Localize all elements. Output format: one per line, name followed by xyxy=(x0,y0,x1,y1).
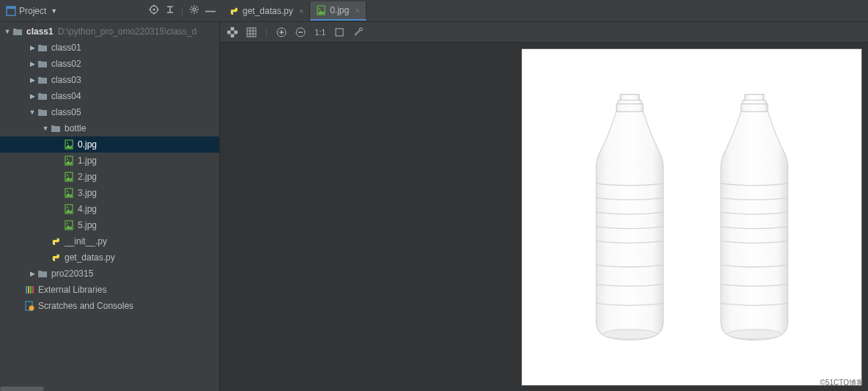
chevron-down-icon[interactable]: ▼ xyxy=(3,28,12,35)
tree-item-External-Libraries[interactable]: External Libraries xyxy=(0,282,219,298)
folder-icon xyxy=(37,91,48,101)
zoom-actual-label[interactable]: 1:1 xyxy=(315,28,326,37)
chevron-down-icon: ▼ xyxy=(51,7,57,15)
svg-rect-41 xyxy=(227,27,231,31)
tree-item-label: class02 xyxy=(51,59,81,69)
checkerboard-icon[interactable] xyxy=(227,27,238,37)
target-icon[interactable] xyxy=(149,4,159,17)
gear-icon[interactable] xyxy=(189,4,199,17)
tree-item-label: pro220315 xyxy=(51,268,93,279)
tree-arrow-icon[interactable]: ▶ xyxy=(28,44,37,51)
tab-0-jpg[interactable]: 0.jpg × xyxy=(310,1,366,21)
zoom-out-icon[interactable] xyxy=(295,27,306,37)
svg-point-58 xyxy=(727,329,781,339)
tree-item-label: Scratches and Consoles xyxy=(38,301,133,311)
tree-item-Scratches-and-Consoles[interactable]: Scratches and Consoles xyxy=(0,298,219,314)
tree-root[interactable]: ▼ class1 D:\python_pro_omo220315\class_d xyxy=(0,23,219,40)
tree-arrow-icon[interactable]: ▶ xyxy=(28,60,37,67)
tree-item-3-jpg[interactable]: 3.jpg xyxy=(0,185,219,201)
file-icon xyxy=(63,220,75,230)
tree-item-label: class01 xyxy=(51,43,81,53)
file-icon xyxy=(63,139,75,150)
tree-item-class05[interactable]: ▼class05 xyxy=(0,104,219,120)
svg-rect-44 xyxy=(227,34,231,37)
tree-item-label: class05 xyxy=(51,107,81,117)
folder-icon xyxy=(37,268,48,279)
python-icon xyxy=(50,252,62,263)
file-icon xyxy=(63,156,75,166)
python-icon xyxy=(229,6,239,16)
eyedropper-icon[interactable] xyxy=(353,27,364,37)
tab-get-datas-py[interactable]: get_datas.py × xyxy=(223,1,310,21)
tree-item-class02[interactable]: ▶class02 xyxy=(0,56,219,72)
tree-item-pro220315[interactable]: ▶pro220315 xyxy=(0,266,219,282)
svg-rect-42 xyxy=(234,27,238,31)
svg-point-39 xyxy=(29,306,34,311)
tree-item-get-datas-py[interactable]: get_datas.py xyxy=(0,249,219,266)
tree-item-0-jpg[interactable]: 0.jpg xyxy=(0,136,219,153)
file-icon xyxy=(63,204,75,214)
tree-item-2-jpg[interactable]: 2.jpg xyxy=(0,169,219,185)
horizontal-scrollbar[interactable] xyxy=(0,387,219,391)
svg-point-23 xyxy=(67,142,68,144)
scrollbar-thumb[interactable] xyxy=(0,387,44,391)
file-icon xyxy=(63,188,75,198)
tree-item-label: 2.jpg xyxy=(78,172,97,182)
zoom-in-icon[interactable] xyxy=(276,27,287,37)
tree-item-label: class04 xyxy=(51,91,81,101)
image-canvas[interactable]: ©51CTO博客 xyxy=(220,43,868,391)
fit-icon[interactable] xyxy=(334,27,345,37)
tree-item-1-jpg[interactable]: 1.jpg xyxy=(0,153,219,169)
project-sidebar: ▼ class1 D:\python_pro_omo220315\class_d… xyxy=(0,22,220,391)
tree-item-class03[interactable]: ▶class03 xyxy=(0,72,219,88)
tree-item-bottle[interactable]: ▼bottle xyxy=(0,120,219,136)
collapse-icon[interactable] xyxy=(165,4,175,17)
svg-rect-56 xyxy=(336,29,343,36)
svg-point-25 xyxy=(67,158,68,160)
svg-rect-37 xyxy=(32,286,34,293)
svg-line-17 xyxy=(196,12,197,12)
svg-point-11 xyxy=(193,8,196,11)
tree-arrow-icon[interactable]: ▶ xyxy=(28,76,37,84)
svg-rect-35 xyxy=(28,286,29,293)
tree-item-4-jpg[interactable]: 4.jpg xyxy=(0,201,219,217)
tree-item-label: 3.jpg xyxy=(78,188,97,198)
python-icon xyxy=(50,236,62,246)
tree-item---init---py[interactable]: __init__.py xyxy=(0,233,219,249)
svg-rect-43 xyxy=(231,30,235,34)
folder-icon xyxy=(37,75,48,85)
tree-item-label: External Libraries xyxy=(38,285,106,295)
lib-icon xyxy=(23,285,35,295)
watermark: ©51CTO博客 xyxy=(820,378,864,388)
minimize-icon[interactable]: — xyxy=(205,5,216,17)
tree-arrow-icon[interactable]: ▼ xyxy=(41,125,50,132)
svg-line-18 xyxy=(191,12,192,12)
tree-arrow-icon[interactable]: ▶ xyxy=(28,92,37,100)
tree-item-label: get_datas.py xyxy=(65,252,115,263)
svg-rect-46 xyxy=(247,28,256,37)
image-content xyxy=(521,48,862,386)
tree-item-label: bottle xyxy=(65,123,86,134)
tree-item-label: __init__.py xyxy=(65,236,107,246)
close-icon[interactable]: × xyxy=(355,6,359,15)
scratch-icon xyxy=(23,301,35,311)
svg-rect-34 xyxy=(26,286,27,293)
svg-rect-45 xyxy=(234,34,238,37)
grid-icon[interactable] xyxy=(246,27,257,37)
tree-arrow-icon[interactable]: ▼ xyxy=(28,109,37,116)
tree-item-class01[interactable]: ▶class01 xyxy=(0,40,219,56)
tree-item-label: class03 xyxy=(51,75,81,85)
project-icon xyxy=(6,6,16,16)
close-icon[interactable]: × xyxy=(299,7,304,15)
folder-icon xyxy=(12,26,23,37)
tree-item-5-jpg[interactable]: 5.jpg xyxy=(0,217,219,233)
project-dropdown[interactable]: Project ▼ xyxy=(6,6,57,16)
tree-root-path: D:\python_pro_omo220315\class_d xyxy=(58,26,196,37)
tab-label: 0.jpg xyxy=(330,5,349,15)
tree-item-class04[interactable]: ▶class04 xyxy=(0,88,219,104)
image-file-icon xyxy=(316,5,326,15)
svg-point-29 xyxy=(67,191,68,192)
tree-arrow-icon[interactable]: ▶ xyxy=(28,270,37,277)
folder-icon xyxy=(50,123,62,134)
folder-icon xyxy=(37,107,48,117)
